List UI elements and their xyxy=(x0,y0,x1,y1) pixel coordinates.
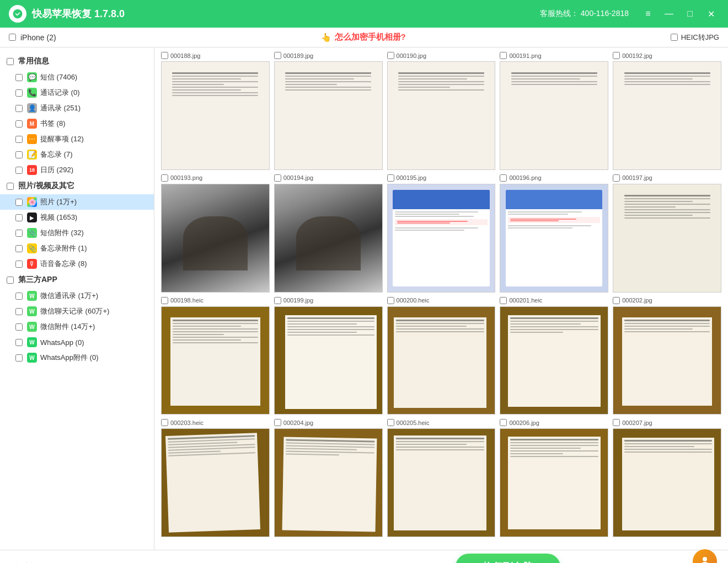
home-button[interactable]: 返回首页 xyxy=(11,561,56,564)
select-all-checkbox[interactable] xyxy=(9,34,16,41)
sidebar-item-whatsapp-attachment[interactable]: W WhatsApp附件 (0) xyxy=(0,350,154,365)
photo-grid: 000188.jpg 000189.jpg xyxy=(161,52,721,537)
section-media-label: 照片/视频及其它 xyxy=(18,181,74,191)
app-logo xyxy=(9,5,26,23)
sidebar-item-wechat-chat[interactable]: W 微信聊天记录 (60万+) xyxy=(0,304,154,319)
list-item[interactable]: 000189.jpg xyxy=(274,52,383,170)
section-media-checkbox[interactable] xyxy=(7,183,14,190)
hotline: 客服热线： 400-116-2818 xyxy=(540,9,629,19)
menu-button[interactable]: ≡ xyxy=(640,6,656,22)
section-thirdparty-checkbox[interactable] xyxy=(7,277,14,284)
content-header: iPhone (2) 👆 怎么加密手机相册? HEIC转JPG xyxy=(0,28,728,47)
list-item[interactable]: 000203.heic xyxy=(161,419,270,537)
list-item[interactable]: 000202.jpg xyxy=(613,297,721,415)
list-item[interactable]: 000207.jpg xyxy=(613,419,721,537)
sms-icon: 💬 xyxy=(27,72,37,82)
list-item[interactable]: 000191.png xyxy=(500,52,608,170)
photo-thumbnail xyxy=(387,184,496,293)
photo-thumbnail xyxy=(387,306,496,415)
sidebar-item-wechat-contact[interactable]: W 微信通讯录 (1万+) xyxy=(0,288,154,304)
list-item[interactable]: 000195.jpg xyxy=(387,174,496,293)
note-icon: 📝 xyxy=(27,150,37,160)
minimize-button[interactable]: — xyxy=(661,6,677,22)
promo-banner[interactable]: 👆 怎么加密手机相册? xyxy=(321,32,406,43)
photo-thumbnail xyxy=(274,306,383,415)
photo-thumbnail xyxy=(161,306,270,415)
photo-thumbnail xyxy=(274,184,383,293)
photo-thumbnail xyxy=(500,61,608,170)
section-common-checkbox[interactable] xyxy=(7,58,14,65)
wechat-att-icon: W xyxy=(27,322,37,332)
sidebar-item-photo[interactable]: 🌸 照片 (1万+) xyxy=(0,194,154,210)
sidebar-item-video[interactable]: ▶ 视频 (1653) xyxy=(0,210,154,225)
svg-point-0 xyxy=(703,557,707,561)
list-item[interactable]: 000198.heic xyxy=(161,297,270,415)
sidebar-item-calendar[interactable]: 18 日历 (292) xyxy=(0,162,154,178)
bottom-bar: 返回首页 非会员用户预览数据时部分用*号代替 注册 恢复到电脑 在线咨询 xyxy=(0,550,728,563)
remind-icon: ⋯ xyxy=(27,134,37,144)
list-item[interactable]: 000196.png xyxy=(500,174,608,293)
photo-thumbnail xyxy=(613,61,721,170)
list-item[interactable]: 000201.heic xyxy=(500,297,608,415)
photo-thumbnail xyxy=(387,61,496,170)
sidebar-item-remind[interactable]: ⋯ 提醒事项 (12) xyxy=(0,131,154,147)
restore-button[interactable]: 恢复到电脑 xyxy=(456,554,560,564)
sidebar-item-whatsapp[interactable]: W WhatsApp (0) xyxy=(0,334,154,350)
heic-convert-btn[interactable]: HEIC转JPG xyxy=(671,33,719,43)
list-item[interactable]: 000192.jpg xyxy=(613,52,721,170)
list-item[interactable]: 000190.jpg xyxy=(387,52,496,170)
sidebar-section-thirdparty[interactable]: 第三方APP xyxy=(0,272,154,288)
window-controls: ≡ — □ ✕ xyxy=(640,6,719,22)
person-icon xyxy=(698,555,711,563)
main-container: 常用信息 💬 短信 (7406) 📞 通话记录 (0) 👤 通讯录 (251) … xyxy=(0,47,728,550)
whatsapp-att-icon: W xyxy=(27,353,37,363)
list-item[interactable]: 000204.jpg xyxy=(274,419,383,537)
photo-thumbnail xyxy=(613,306,721,415)
list-item[interactable]: 000193.png xyxy=(161,174,270,293)
wechat-contact-icon: W xyxy=(27,291,37,301)
sidebar-section-media[interactable]: 照片/视频及其它 xyxy=(0,178,154,194)
sidebar-item-bookmark[interactable]: M 书签 (8) xyxy=(0,116,154,131)
sidebar-item-sms[interactable]: 💬 短信 (7406) xyxy=(0,70,154,85)
section-common-label: 常用信息 xyxy=(18,56,49,66)
sidebar-item-note-attachment[interactable]: 📎 备忘录附件 (1) xyxy=(0,241,154,256)
photo-thumbnail xyxy=(274,61,383,170)
titlebar: 快易苹果恢复 1.7.8.0 客服热线： 400-116-2818 ≡ — □ … xyxy=(0,0,728,28)
maximize-button[interactable]: □ xyxy=(682,6,698,22)
photo-thumbnail xyxy=(613,428,721,537)
online-avatar xyxy=(693,549,717,563)
list-item[interactable]: 000194.jpg xyxy=(274,174,383,293)
list-item[interactable]: 000199.jpg xyxy=(274,297,383,415)
list-item[interactable]: 000205.heic xyxy=(387,419,496,537)
photo-thumbnail xyxy=(500,428,608,537)
sidebar-item-call[interactable]: 📞 通话记录 (0) xyxy=(0,85,154,100)
sidebar-item-wechat-attachment[interactable]: W 微信附件 (14万+) xyxy=(0,319,154,334)
wechat-chat-icon: W xyxy=(27,306,37,316)
photo-grid-container[interactable]: 000188.jpg 000189.jpg xyxy=(154,47,728,550)
photo-thumbnail xyxy=(274,428,383,537)
note-att-icon: 📎 xyxy=(27,243,37,253)
sidebar-item-sms-attachment[interactable]: 📎 短信附件 (32) xyxy=(0,225,154,241)
call-icon: 📞 xyxy=(27,88,37,98)
sidebar-section-common[interactable]: 常用信息 xyxy=(0,53,154,70)
list-item[interactable]: 000200.heic xyxy=(387,297,496,415)
list-item[interactable]: 000197.jpg xyxy=(613,174,721,293)
close-button[interactable]: ✕ xyxy=(703,6,719,22)
photo-icon: 🌸 xyxy=(27,197,37,207)
list-item[interactable]: 000188.jpg xyxy=(161,52,270,170)
sidebar-item-contact[interactable]: 👤 通讯录 (251) xyxy=(0,100,154,116)
sidebar: 常用信息 💬 短信 (7406) 📞 通话记录 (0) 👤 通讯录 (251) … xyxy=(0,47,154,550)
photo-thumbnail xyxy=(161,184,270,293)
heic-checkbox[interactable] xyxy=(671,34,678,41)
sidebar-item-voice-memo[interactable]: 🎙 语音备忘录 (8) xyxy=(0,256,154,272)
photo-thumbnail xyxy=(387,428,496,537)
app-title: 快易苹果恢复 1.7.8.0 xyxy=(32,7,540,20)
list-item[interactable]: 000206.jpg xyxy=(500,419,608,537)
sidebar-item-note[interactable]: 📝 备忘录 (7) xyxy=(0,147,154,162)
promo-icon: 👆 xyxy=(321,33,331,43)
photo-thumbnail xyxy=(613,184,721,293)
online-consult-button[interactable]: 在线咨询 xyxy=(693,549,717,563)
home-icon xyxy=(11,561,22,564)
contact-icon: 👤 xyxy=(27,103,37,113)
whatsapp-icon: W xyxy=(27,337,37,347)
